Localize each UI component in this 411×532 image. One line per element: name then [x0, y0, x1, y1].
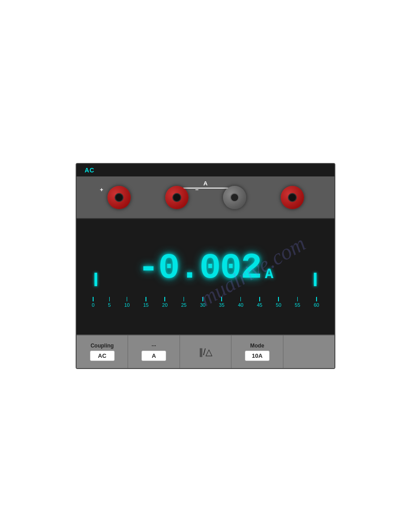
- display-area: -0.002 A 051015202530354045505560: [77, 219, 334, 335]
- terminal-2: [165, 186, 188, 209]
- scale-number: 30: [200, 302, 206, 308]
- unit-group: ··· A: [128, 335, 180, 368]
- scale-tick-group: 35: [219, 297, 224, 308]
- scale-tick-group: 15: [143, 297, 149, 308]
- scale-number: 40: [238, 302, 243, 308]
- minus-label: −: [195, 186, 199, 193]
- scale-tick: [259, 297, 260, 301]
- controls-bar: Coupling AC ··· A ∥/△ Mode 10A: [77, 335, 334, 368]
- scale-number: 50: [276, 302, 281, 308]
- terminal-3: [223, 186, 246, 209]
- scale-tick: [146, 297, 146, 301]
- scale-number: 15: [143, 302, 149, 308]
- terminal-4-inner: [288, 193, 297, 202]
- scale-number: 35: [219, 302, 224, 308]
- scale-number: 5: [108, 302, 111, 308]
- reading-display: -0.002 A: [137, 250, 273, 286]
- terminal-4-outer: [281, 186, 304, 209]
- reading-unit: A: [265, 266, 273, 283]
- instrument-panel: AC A + −: [76, 163, 335, 369]
- scale-number: 45: [257, 302, 262, 308]
- scale-tick: [184, 297, 184, 301]
- mode-button[interactable]: 10A: [245, 351, 270, 361]
- scale-tick: [297, 297, 298, 301]
- indicator-right: [314, 273, 317, 286]
- scale-tick: [278, 297, 279, 301]
- scale-number: 55: [295, 302, 300, 308]
- unit-dots-label: ···: [152, 343, 156, 349]
- scale-tick: [202, 297, 203, 301]
- scale-number: 20: [162, 302, 167, 308]
- scale-tick: [316, 297, 317, 301]
- coupling-group: Coupling AC: [77, 335, 128, 368]
- mode-group: Mode 10A: [231, 335, 283, 368]
- scale-tick-group: 25: [181, 297, 186, 308]
- terminal-1-outer: [107, 186, 131, 209]
- extra-group: [283, 335, 334, 368]
- mode-label: Mode: [250, 343, 264, 349]
- scale-tick-group: 0: [92, 297, 94, 308]
- scale-tick-group: 55: [295, 297, 300, 308]
- waveform-group[interactable]: ∥/△: [180, 335, 231, 368]
- scale-tick-group: 5: [108, 297, 111, 308]
- scale-number: 0: [92, 302, 94, 308]
- scale-tick-group: 30: [200, 297, 206, 308]
- scale-tick-group: 60: [314, 297, 319, 308]
- terminal-3-inner: [230, 193, 239, 202]
- coupling-button[interactable]: AC: [90, 351, 115, 361]
- waveform-icon[interactable]: ∥/△: [199, 347, 213, 357]
- terminal-1: [107, 186, 131, 209]
- plus-label: +: [100, 186, 103, 193]
- coupling-label: Coupling: [90, 343, 114, 349]
- terminal-1-inner: [115, 193, 124, 202]
- bracket-label: A: [203, 180, 207, 187]
- scale-tick: [127, 297, 128, 301]
- scale-tick-group: 10: [124, 297, 129, 308]
- terminal-2-inner: [172, 193, 181, 202]
- scale-tick: [164, 297, 165, 301]
- terminal-2-outer: [165, 186, 188, 209]
- scale-tick: [221, 297, 222, 301]
- scale-markers: 051015202530354045505560: [90, 286, 321, 308]
- scale-number: 25: [181, 302, 186, 308]
- scale-number: 10: [124, 302, 129, 308]
- scale-tick-group: 50: [276, 297, 281, 308]
- unit-button[interactable]: A: [141, 351, 166, 361]
- reading-value: -0.002: [137, 250, 261, 286]
- terminal-strip: A + −: [77, 176, 334, 219]
- scale-number: 60: [314, 302, 319, 308]
- scale-tick-group: 40: [238, 297, 243, 308]
- ac-label: AC: [85, 167, 94, 174]
- scale-bar: 051015202530354045505560: [90, 286, 321, 308]
- scale-tick: [109, 297, 110, 301]
- scale-tick-group: 45: [257, 297, 262, 308]
- scale-tick-group: 20: [162, 297, 167, 308]
- terminal-4: [281, 186, 304, 209]
- scale-tick: [93, 297, 94, 301]
- terminal-3-outer: [223, 186, 246, 209]
- indicator-left: [94, 273, 97, 286]
- scale-tick: [240, 297, 241, 301]
